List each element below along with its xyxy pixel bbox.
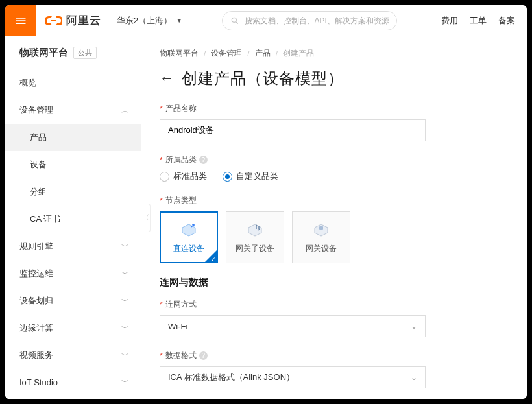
- data-format-select[interactable]: ICA 标准数据格式（Alink JSON） ⌄: [160, 366, 426, 388]
- label-node-type: *节点类型: [160, 195, 509, 206]
- region-label: 华东2（上海）: [117, 15, 172, 27]
- brand-logo-icon: [45, 14, 62, 27]
- sidebar-collapse-button[interactable]: 〈: [141, 204, 151, 232]
- sidebar-item-iot-studio[interactable]: IoT Studio ﹀: [5, 369, 141, 396]
- direct-device-icon: [180, 221, 198, 239]
- menu-toggle-button[interactable]: [5, 5, 36, 36]
- radio-icon: [223, 172, 232, 182]
- svg-line-1: [236, 21, 237, 23]
- network-mode-select[interactable]: Wi-Fi ⌄: [160, 315, 426, 337]
- help-icon[interactable]: ?: [199, 156, 208, 164]
- sidebar-item-device-mgmt[interactable]: 设备管理 ︿: [5, 97, 141, 124]
- node-card-direct[interactable]: 直连设备: [160, 211, 218, 263]
- label-category: *所属品类 ?: [160, 154, 509, 165]
- nav-fee[interactable]: 费用: [441, 15, 458, 27]
- caret-down-icon: ▼: [176, 17, 182, 24]
- search-input[interactable]: [245, 16, 389, 25]
- hamburger-icon: [14, 14, 27, 27]
- crumb-device-mgmt[interactable]: 设备管理: [211, 48, 242, 59]
- sidebar-item-product[interactable]: 产品: [5, 124, 141, 151]
- help-icon[interactable]: ?: [199, 351, 208, 360]
- sidebar: 物联网平台 公共 概览 设备管理 ︿ 产品 设备 分组 CA 证书 规则引擎 ﹀…: [5, 36, 141, 399]
- node-card-gateway[interactable]: 网关设备: [292, 211, 350, 263]
- chevron-down-icon: ﹀: [121, 268, 129, 279]
- label-product-name: *产品名称: [160, 103, 509, 114]
- sidebar-item-device-dist[interactable]: 设备划归 ﹀: [5, 287, 141, 315]
- crumb-platform[interactable]: 物联网平台: [160, 48, 199, 59]
- brand-text: 阿里云: [66, 13, 101, 28]
- chevron-down-icon: ﹀: [121, 323, 129, 334]
- main-content: 物联网平台 / 设备管理 / 产品 / 创建产品 ← 创建产品（设备模型） *产…: [141, 36, 527, 399]
- breadcrumb: 物联网平台 / 设备管理 / 产品 / 创建产品: [160, 48, 509, 59]
- node-card-gateway-sub[interactable]: 网关子设备: [226, 211, 284, 263]
- svg-point-0: [232, 18, 236, 22]
- chevron-down-icon: ﹀: [121, 377, 129, 388]
- sidebar-item-device[interactable]: 设备: [5, 151, 141, 178]
- sidebar-item-monitor-ops[interactable]: 监控运维 ﹀: [5, 260, 141, 287]
- chevron-down-icon: ﹀: [121, 350, 129, 361]
- page-title: 创建产品（设备模型）: [182, 68, 344, 89]
- section-network-data: 连网与数据: [160, 276, 509, 289]
- back-button[interactable]: ←: [160, 70, 174, 87]
- sidebar-item-ca[interactable]: CA 证书: [5, 206, 141, 233]
- sidebar-badge: 公共: [73, 47, 97, 59]
- sidebar-item-rule-engine[interactable]: 规则引擎 ﹀: [5, 233, 141, 260]
- sidebar-item-video-service[interactable]: 视频服务 ﹀: [5, 342, 141, 369]
- chevron-up-icon: ︿: [121, 105, 129, 116]
- gateway-icon: [312, 221, 330, 239]
- label-network-mode: *连网方式: [160, 299, 509, 310]
- radio-icon: [160, 172, 169, 182]
- chevron-down-icon: ﹀: [121, 241, 129, 252]
- gateway-sub-icon: [246, 221, 264, 239]
- radio-category-custom[interactable]: 自定义品类: [223, 171, 278, 182]
- sidebar-title: 物联网平台 公共: [5, 36, 141, 69]
- top-bar: 阿里云 华东2（上海） ▼ 费用 工单 备案: [5, 5, 527, 36]
- sidebar-item-edge-compute[interactable]: 边缘计算 ﹀: [5, 315, 141, 342]
- label-data-format: *数据格式 ?: [160, 350, 509, 361]
- crumb-product[interactable]: 产品: [255, 48, 271, 59]
- nav-ticket[interactable]: 工单: [470, 15, 487, 27]
- crumb-current: 创建产品: [283, 48, 314, 59]
- top-links: 费用 工单 备案: [429, 15, 527, 27]
- sidebar-item-overview[interactable]: 概览: [5, 69, 141, 97]
- chevron-left-icon: 〈: [142, 213, 149, 222]
- svg-rect-2: [319, 226, 323, 230]
- chevron-down-icon: ⌄: [411, 373, 417, 382]
- chevron-down-icon: ﹀: [121, 296, 129, 307]
- region-selector[interactable]: 华东2（上海） ▼: [110, 15, 189, 27]
- radio-category-standard[interactable]: 标准品类: [160, 171, 207, 182]
- chevron-down-icon: ⌄: [411, 322, 417, 331]
- nav-backup[interactable]: 备案: [498, 15, 515, 27]
- global-search[interactable]: [222, 11, 397, 30]
- arrow-left-icon: ←: [160, 70, 174, 86]
- product-name-input[interactable]: [160, 119, 426, 141]
- sidebar-item-group[interactable]: 分组: [5, 178, 141, 206]
- search-icon: [230, 16, 239, 25]
- brand[interactable]: 阿里云: [36, 13, 110, 28]
